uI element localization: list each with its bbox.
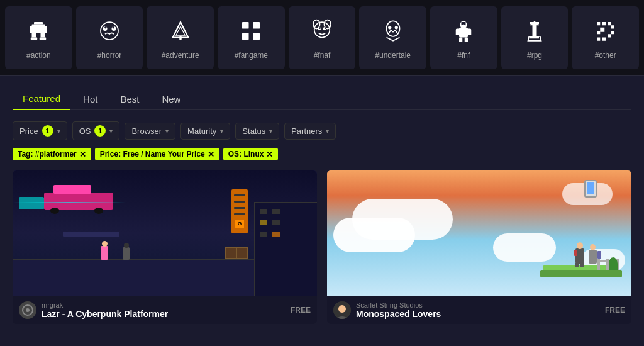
game-meta-monospaced: Scarlet String Studios Monospaced Lovers <box>356 301 600 319</box>
game-avatar-lazr <box>19 301 36 319</box>
svg-rect-4 <box>41 33 45 38</box>
category-label-fnaf: #fnaf <box>314 51 331 60</box>
category-label-undertale: #undertale <box>375 51 411 60</box>
svg-point-53 <box>338 305 346 313</box>
active-filter-os-label: OS: Linux <box>228 150 264 159</box>
svg-rect-1 <box>32 25 45 27</box>
game-author-monospaced: Scarlet String Studios <box>356 301 600 309</box>
svg-rect-0 <box>34 22 43 25</box>
category-item-fnaf[interactable]: #fnaf <box>289 6 356 69</box>
tab-best[interactable]: Best <box>110 88 149 110</box>
filter-status[interactable]: Status ▾ <box>235 123 279 140</box>
active-filter-tag[interactable]: Tag: #platformer ✕ <box>13 148 91 160</box>
filter-browser[interactable]: Browser ▾ <box>125 123 175 140</box>
filter-maturity[interactable]: Maturity ▾ <box>180 123 230 140</box>
partners-chevron-icon: ▾ <box>326 128 329 135</box>
svg-rect-15 <box>242 22 249 29</box>
game-meta-lazr: mrgrak Lazr - A Cyberpunk Platformer <box>42 301 286 319</box>
category-item-undertale[interactable]: #undertale <box>359 6 426 69</box>
filter-bar: Price 1 ▾ OS 1 ▾ Browser ▾ Maturity ▾ St… <box>13 121 631 140</box>
price-chevron-icon: ▾ <box>57 128 60 135</box>
svg-rect-18 <box>253 33 260 40</box>
svg-point-29 <box>388 26 391 29</box>
main-content: Featured Hot Best New Price 1 ▾ OS 1 ▾ B… <box>0 76 644 335</box>
svg-rect-45 <box>602 38 605 41</box>
undertale-icon <box>378 16 408 46</box>
tab-new[interactable]: New <box>152 88 191 110</box>
svg-rect-42 <box>611 25 614 28</box>
game-title-lazr: Lazr - A Cyberpunk Platformer <box>42 309 286 319</box>
game-card-monospaced[interactable]: Scarlet String Studios Monospaced Lovers… <box>327 170 631 324</box>
category-item-action[interactable]: #action <box>5 6 72 69</box>
fnaf-icon <box>307 16 337 46</box>
tab-featured[interactable]: Featured <box>13 88 70 110</box>
game-info-lazr: mrgrak Lazr - A Cyberpunk Platformer FRE… <box>13 296 317 324</box>
svg-rect-47 <box>597 31 600 34</box>
svg-rect-14 <box>179 36 182 40</box>
filter-partners[interactable]: Partners ▾ <box>284 123 336 140</box>
category-label-action: #action <box>26 51 51 60</box>
filter-os[interactable]: OS 1 ▾ <box>72 121 120 140</box>
tabs-bar: Featured Hot Best New <box>13 87 631 110</box>
svg-rect-20 <box>243 23 248 25</box>
game-card-lazr[interactable]: G <box>13 170 317 324</box>
filter-price[interactable]: Price 1 ▾ <box>13 121 67 140</box>
category-label-adventure: #adventure <box>162 51 199 60</box>
svg-rect-44 <box>608 34 611 37</box>
category-item-horror[interactable]: #horror <box>76 6 143 69</box>
svg-rect-17 <box>242 33 249 40</box>
svg-rect-33 <box>456 29 460 36</box>
adventure-icon <box>165 16 196 46</box>
category-label-fangame: #fangame <box>235 51 268 60</box>
category-item-adventure[interactable]: #adventure <box>147 6 214 69</box>
svg-rect-32 <box>459 28 468 38</box>
horror-icon <box>94 16 125 46</box>
filter-price-label: Price <box>19 126 38 136</box>
svg-point-27 <box>325 27 326 29</box>
game-title-monospaced: Monospaced Lovers <box>356 309 600 319</box>
svg-rect-16 <box>253 22 260 29</box>
svg-point-51 <box>26 308 30 312</box>
category-item-fangame[interactable]: #fangame <box>218 6 285 69</box>
svg-rect-3 <box>32 33 36 38</box>
category-item-other[interactable]: #other <box>572 6 639 69</box>
game-thumb-monospaced <box>327 170 631 296</box>
svg-point-10 <box>104 26 107 29</box>
remove-tag-icon[interactable]: ✕ <box>79 150 86 159</box>
svg-rect-5 <box>31 38 38 40</box>
svg-rect-40 <box>602 22 605 25</box>
status-chevron-icon: ▾ <box>269 128 272 135</box>
svg-rect-34 <box>467 29 472 36</box>
svg-rect-2 <box>30 26 47 33</box>
remove-price-icon[interactable]: ✕ <box>208 150 214 159</box>
category-label-horror: #horror <box>97 51 122 60</box>
remove-os-icon[interactable]: ✕ <box>266 150 273 159</box>
browser-chevron-icon: ▾ <box>165 128 169 135</box>
rpg-icon <box>519 16 550 46</box>
active-filter-os[interactable]: OS: Linux ✕ <box>223 148 279 160</box>
os-chevron-icon: ▾ <box>109 128 113 135</box>
game-avatar-monospaced <box>333 301 351 319</box>
filter-browser-label: Browser <box>131 126 162 136</box>
svg-rect-46 <box>597 38 600 41</box>
svg-rect-39 <box>597 22 600 25</box>
category-bar: #action #horror #adventure #fangame #fna… <box>0 0 644 76</box>
tab-hot[interactable]: Hot <box>73 88 108 110</box>
svg-rect-36 <box>465 38 468 42</box>
active-filter-price-label: Price: Free / Name Your Price <box>100 150 205 159</box>
filter-status-label: Status <box>242 126 265 136</box>
game-price-monospaced: FREE <box>605 306 625 315</box>
svg-point-30 <box>394 26 397 29</box>
active-filter-price[interactable]: Price: Free / Name Your Price ✕ <box>95 148 219 160</box>
category-item-rpg[interactable]: #rpg <box>501 6 569 69</box>
game-author-lazr: mrgrak <box>42 301 286 309</box>
filter-os-label: OS <box>79 126 91 136</box>
svg-rect-43 <box>611 31 614 34</box>
game-thumb-lazr: G <box>13 170 317 296</box>
svg-point-21 <box>314 22 330 38</box>
category-label-rpg: #rpg <box>527 51 542 60</box>
filter-price-badge: 1 <box>42 125 53 137</box>
category-label-fnf: #fnf <box>457 51 470 60</box>
category-item-fnf[interactable]: #fnf <box>430 6 497 69</box>
svg-point-26 <box>319 27 321 29</box>
